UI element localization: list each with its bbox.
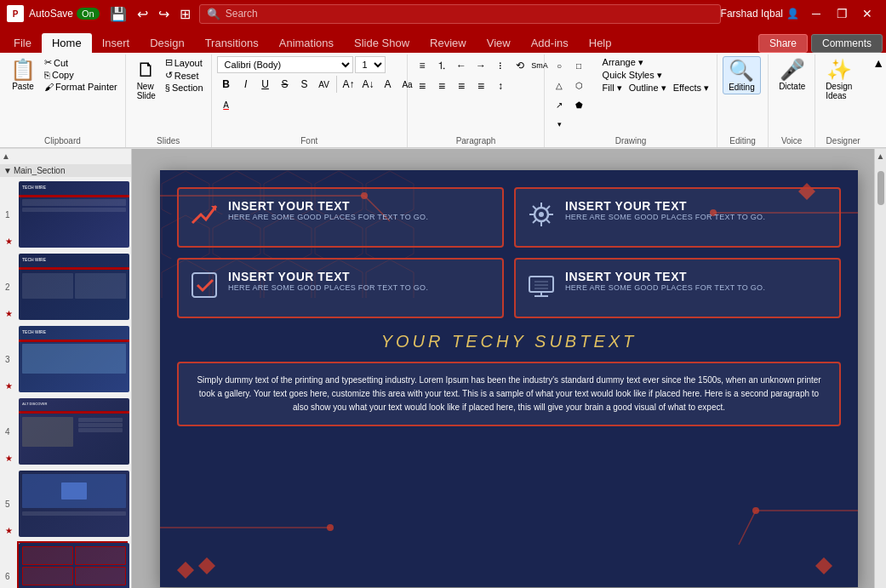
text-direction-button[interactable]: ⟲: [511, 56, 529, 75]
tab-home[interactable]: Home: [42, 33, 92, 53]
shape-6[interactable]: ⬟: [569, 95, 588, 114]
content-box-2[interactable]: INSERT YOUR TEXT HERE ARE SOME GOOD PLAC…: [514, 187, 841, 248]
slide-thumb-2[interactable]: 2 ★ TECH WIRE: [17, 252, 128, 322]
tab-animations[interactable]: Animations: [269, 33, 344, 53]
slide-area: INSERT YOUR TEXT HERE ARE SOME GOOD PLAC…: [132, 149, 886, 588]
quick-styles-button[interactable]: Quick Styles ▾: [600, 69, 712, 82]
strikethrough-button[interactable]: S: [276, 75, 294, 94]
shape-3[interactable]: △: [550, 76, 569, 94]
tab-addins[interactable]: Add-ins: [521, 33, 579, 53]
columns-button[interactable]: ⫶: [491, 56, 510, 75]
italic-button[interactable]: I: [237, 75, 255, 94]
align-center-button[interactable]: ≡: [432, 77, 451, 95]
content-boxes: INSERT YOUR TEXT HERE ARE SOME GOOD PLAC…: [177, 187, 841, 318]
decrease-indent-button[interactable]: ←: [452, 56, 471, 75]
slide-thumb-6[interactable]: 6 ★: [17, 541, 128, 588]
font-color-button[interactable]: A: [217, 95, 236, 114]
arrange-button[interactable]: Arrange ▾: [600, 56, 712, 69]
slide-area-scrollbar[interactable]: ▲ ▼: [874, 149, 886, 588]
customize-icon[interactable]: ⊞: [176, 4, 194, 24]
tab-transitions[interactable]: Transitions: [195, 33, 269, 53]
shape-effects-button[interactable]: Effects ▾: [671, 82, 712, 94]
autosave-toggle[interactable]: On: [77, 8, 100, 20]
shapes-more[interactable]: ▾: [550, 115, 569, 134]
underline-button[interactable]: U: [256, 75, 275, 94]
slide-canvas[interactable]: INSERT YOUR TEXT HERE ARE SOME GOOD PLAC…: [160, 170, 858, 587]
slide-preview-5: [19, 471, 129, 537]
autosave-area[interactable]: AutoSave On: [29, 8, 100, 20]
increase-indent-button[interactable]: →: [472, 56, 490, 75]
copy-button[interactable]: ⎘ Copy: [42, 69, 120, 81]
close-button[interactable]: ✕: [855, 2, 879, 26]
section-button[interactable]: § Section: [163, 82, 206, 94]
layout-button[interactable]: ⊟ Layout: [163, 56, 206, 69]
slide-number-3: 3: [5, 355, 10, 364]
editing-label: Editing: [723, 135, 763, 147]
search-input[interactable]: [226, 8, 362, 20]
clear-format-button[interactable]: A: [379, 75, 397, 94]
redo-icon[interactable]: ↪: [155, 4, 173, 24]
shape-fill-button[interactable]: Fill ▾: [600, 82, 625, 94]
collapse-icon[interactable]: ▲: [872, 56, 884, 70]
increase-font-button[interactable]: A↑: [340, 75, 358, 94]
share-button[interactable]: Share: [758, 34, 808, 53]
char-spacing-button[interactable]: AV: [315, 75, 334, 94]
separator: [336, 76, 337, 93]
user-area[interactable]: Farshad Iqbal 👤: [721, 8, 799, 20]
scroll-up[interactable]: ▲: [875, 149, 887, 163]
slide-preview-1: TECH WIRE: [19, 181, 129, 248]
shadow-button[interactable]: S: [295, 75, 314, 94]
search-bar[interactable]: 🔍: [199, 4, 721, 24]
slide-thumb-5[interactable]: 5 ★: [17, 469, 128, 539]
slide-thumb-1[interactable]: 1 ★ TECH WIRE: [17, 180, 128, 249]
paste-button[interactable]: 📋 Paste: [5, 56, 41, 93]
scroll-thumb[interactable]: [877, 171, 884, 205]
restore-button[interactable]: ❐: [830, 2, 854, 26]
reset-button[interactable]: ↺ Reset: [163, 69, 206, 82]
tab-design[interactable]: Design: [140, 33, 194, 53]
svg-line-24: [533, 206, 536, 209]
content-box-3[interactable]: INSERT YOUR TEXT HERE ARE SOME GOOD PLAC…: [177, 258, 504, 318]
tab-slideshow[interactable]: Slide Show: [344, 33, 420, 53]
section-label[interactable]: ▼ Main_Section: [0, 164, 131, 177]
tab-help[interactable]: Help: [579, 33, 622, 53]
new-slide-button[interactable]: 🗋 NewSlide: [131, 56, 162, 102]
dictate-button[interactable]: 🎤 Dictate: [774, 56, 810, 93]
shape-1[interactable]: ○: [550, 56, 569, 75]
design-ideas-button[interactable]: ✨ DesignIdeas: [820, 56, 857, 102]
save-icon[interactable]: 💾: [106, 4, 130, 24]
font-size-select[interactable]: 16: [355, 56, 386, 73]
slide-body-box[interactable]: Simply dummy text of the printing and ty…: [177, 362, 841, 426]
comments-button[interactable]: Comments: [811, 34, 883, 53]
content-box-1[interactable]: INSERT YOUR TEXT HERE ARE SOME GOOD PLAC…: [177, 187, 504, 248]
bold-button[interactable]: B: [217, 75, 236, 94]
quick-access-toolbar[interactable]: 💾 ↩ ↪ ⊞: [106, 4, 194, 24]
tab-review[interactable]: Review: [420, 33, 477, 53]
font-family-select[interactable]: Calibri (Body): [217, 56, 353, 73]
shape-4[interactable]: ⬡: [569, 76, 588, 94]
content-box-4[interactable]: INSERT YOUR TEXT HERE ARE SOME GOOD PLAC…: [514, 258, 841, 318]
slide-thumb-3[interactable]: 3 ★ TECH WIRE: [17, 324, 128, 394]
slide-thumb-4[interactable]: 4 ★ ALT DISCOVER: [17, 397, 128, 466]
numbered-list-button[interactable]: ⒈: [432, 56, 451, 75]
bullets-button[interactable]: ≡: [413, 56, 432, 75]
line-spacing-button[interactable]: ↕: [491, 77, 510, 95]
shape-5[interactable]: ↗: [550, 95, 569, 114]
window-controls[interactable]: ─ ❐ ✕: [804, 2, 879, 26]
cut-button[interactable]: ✂ Cut: [42, 56, 120, 69]
format-painter-button[interactable]: 🖌 Format Painter: [42, 81, 120, 93]
collapse-ribbon[interactable]: ▲: [871, 54, 886, 147]
decrease-font-button[interactable]: A↓: [359, 75, 378, 94]
justify-button[interactable]: ≡: [472, 77, 490, 95]
align-right-button[interactable]: ≡: [452, 77, 471, 95]
shape-outline-button[interactable]: Outline ▾: [626, 82, 669, 94]
undo-icon[interactable]: ↩: [134, 4, 151, 24]
tab-file[interactable]: File: [3, 33, 42, 53]
tab-insert[interactable]: Insert: [92, 33, 140, 53]
tab-view[interactable]: View: [477, 33, 521, 53]
editing-button[interactable]: 🔍 Editing: [723, 56, 761, 94]
minimize-button[interactable]: ─: [804, 2, 828, 26]
scroll-up-arrow[interactable]: ▲: [0, 149, 12, 163]
shape-2[interactable]: □: [569, 56, 588, 75]
align-left-button[interactable]: ≡: [413, 77, 432, 95]
